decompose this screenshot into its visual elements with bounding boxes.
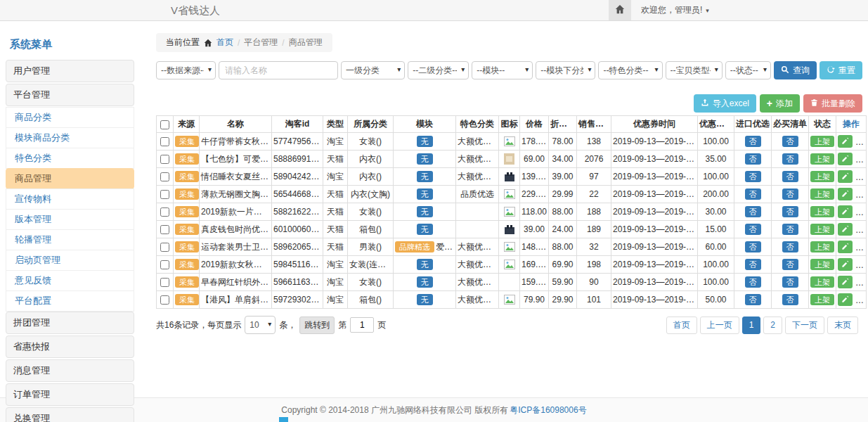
sidebar-item[interactable]: 用户管理 <box>6 60 134 82</box>
import-select-toggle[interactable]: 否 <box>745 136 761 147</box>
sidebar-item[interactable]: 平台配置 <box>6 290 134 312</box>
page-button[interactable]: 首页 <box>666 316 697 334</box>
reset-button[interactable]: 重置 <box>820 61 862 79</box>
row-checkbox[interactable] <box>160 155 169 164</box>
module-cell: 无 <box>394 203 456 221</box>
row-checkbox[interactable] <box>160 243 169 252</box>
status-toggle[interactable]: 上架 <box>810 153 834 165</box>
sidebar-item[interactable]: 商品管理 <box>6 168 134 189</box>
sidebar-item[interactable]: 特色分类 <box>6 148 134 169</box>
must-buy-toggle[interactable]: 否 <box>782 259 798 270</box>
import-select-toggle-cell: 否 <box>734 203 772 221</box>
edit-button[interactable] <box>838 276 853 288</box>
status-toggle[interactable]: 上架 <box>810 224 834 235</box>
row-checkbox[interactable] <box>160 225 169 234</box>
status-toggle[interactable]: 上架 <box>810 276 834 288</box>
jump-button[interactable]: 跳转到 <box>299 316 335 334</box>
edit-button[interactable] <box>838 170 853 183</box>
status-toggle[interactable]: 上架 <box>810 259 834 270</box>
sidebar-item[interactable]: 宣传物料 <box>6 188 134 210</box>
page-button[interactable]: 下一页 <box>785 316 824 334</box>
product-thumbnail <box>504 224 515 234</box>
sidebar-item[interactable]: 版本管理 <box>6 209 134 230</box>
import-select-toggle[interactable]: 否 <box>745 224 761 235</box>
row-checkbox[interactable] <box>160 190 169 199</box>
add-button[interactable]: + 添加 <box>760 94 800 113</box>
jump-page-input[interactable] <box>350 317 374 333</box>
must-buy-toggle[interactable]: 否 <box>782 153 798 165</box>
must-buy-toggle[interactable]: 否 <box>782 276 798 288</box>
jump-prefix: 第 <box>338 319 346 331</box>
batch-delete-button[interactable]: 批量删除 <box>803 94 862 113</box>
filter-select[interactable]: --二级分类-- <box>408 61 469 79</box>
user-menu[interactable]: 欢迎您，管理员! ▾ <box>641 4 709 16</box>
row-checkbox[interactable] <box>160 137 169 146</box>
sidebar-item[interactable]: 轮播管理 <box>6 229 134 250</box>
sidebar-item[interactable]: 兑换管理 <box>6 407 134 422</box>
sidebar-item[interactable]: 订单管理 <box>6 383 134 406</box>
filter-select[interactable]: 一级分类 <box>341 61 405 79</box>
must-buy-toggle[interactable]: 否 <box>782 171 798 182</box>
filter-select[interactable]: --特色分类-- <box>598 61 662 79</box>
status-toggle[interactable]: 上架 <box>810 188 834 200</box>
filter-select[interactable]: --状态-- <box>725 61 771 79</box>
must-buy-toggle[interactable]: 否 <box>782 206 798 217</box>
must-buy-toggle[interactable]: 否 <box>782 294 798 305</box>
must-buy-toggle[interactable]: 否 <box>782 224 798 235</box>
must-buy-toggle[interactable]: 否 <box>782 241 798 252</box>
edit-button[interactable] <box>838 153 853 165</box>
breadcrumb-home-link[interactable]: 首页 <box>216 37 233 49</box>
status-toggle[interactable]: 上架 <box>810 136 834 147</box>
sidebar-item[interactable]: 平台管理 <box>6 84 134 106</box>
page-button[interactable]: 上一页 <box>700 316 739 334</box>
status-toggle[interactable]: 上架 <box>810 294 834 305</box>
filter-select[interactable]: --宝贝类型-- <box>666 61 723 79</box>
sidebar-item[interactable]: 消息管理 <box>6 359 134 382</box>
import-select-toggle[interactable]: 否 <box>745 259 761 270</box>
import-select-toggle[interactable]: 否 <box>745 294 761 305</box>
page-button[interactable]: 1 <box>742 316 761 334</box>
import-select-toggle[interactable]: 否 <box>745 241 761 252</box>
page-button[interactable]: 末页 <box>827 316 858 334</box>
row-checkbox[interactable] <box>160 278 169 287</box>
edit-button[interactable] <box>838 188 853 200</box>
import-select-toggle[interactable]: 否 <box>745 153 761 165</box>
select-all-checkbox[interactable] <box>160 120 169 129</box>
import-select-toggle[interactable]: 否 <box>745 206 761 217</box>
sidebar-item[interactable]: 启动页管理 <box>6 250 134 271</box>
edit-button[interactable] <box>838 258 853 271</box>
must-buy-toggle[interactable]: 否 <box>782 136 798 147</box>
row-checkbox[interactable] <box>160 260 169 269</box>
filter-select[interactable]: --模块下分类-- <box>536 61 595 79</box>
import-excel-button[interactable]: 导入excel <box>694 94 756 113</box>
icp-link[interactable]: 粤ICP备16098006号 <box>510 404 586 416</box>
home-button[interactable] <box>609 0 631 20</box>
edit-button[interactable] <box>838 241 853 253</box>
import-select-toggle[interactable]: 否 <box>745 171 761 182</box>
edit-button[interactable] <box>838 135 853 148</box>
row-checkbox[interactable] <box>160 207 169 217</box>
search-button[interactable]: 查询 <box>774 61 817 79</box>
filter-select[interactable]: --数据来源-- <box>156 61 216 79</box>
import-select-toggle-cell: 否 <box>734 238 772 256</box>
sidebar-item[interactable]: 商品分类 <box>6 107 134 128</box>
status-toggle[interactable]: 上架 <box>810 241 834 252</box>
row-checkbox[interactable] <box>160 172 169 181</box>
sidebar-item[interactable]: 拼团管理 <box>6 312 134 334</box>
per-page-select[interactable]: 10 <box>245 316 276 334</box>
must-buy-toggle[interactable]: 否 <box>782 188 798 200</box>
sidebar-item[interactable]: 意见反馈 <box>6 270 134 291</box>
edit-button[interactable] <box>838 293 853 306</box>
sidebar-item[interactable]: 模块商品分类 <box>6 127 134 148</box>
sidebar-item[interactable]: 省惠快报 <box>6 335 134 358</box>
filter-select[interactable]: --模块-- <box>472 61 533 79</box>
edit-button[interactable] <box>838 223 853 236</box>
status-toggle[interactable]: 上架 <box>810 206 834 217</box>
row-checkbox[interactable] <box>160 295 169 305</box>
import-select-toggle[interactable]: 否 <box>745 276 761 288</box>
name-search-input[interactable] <box>219 61 338 79</box>
import-select-toggle[interactable]: 否 <box>745 188 761 200</box>
status-toggle[interactable]: 上架 <box>810 171 834 182</box>
page-button[interactable]: 2 <box>763 316 782 334</box>
edit-button[interactable] <box>838 205 853 218</box>
